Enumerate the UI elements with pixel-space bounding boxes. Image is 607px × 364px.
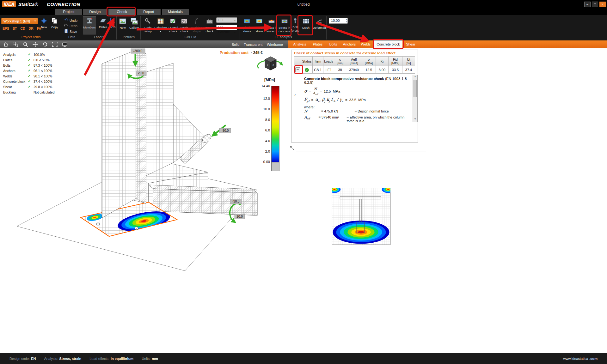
rotate-icon[interactable] [42, 42, 48, 47]
website-link[interactable]: www.ideastatica.com [563, 357, 598, 361]
stress-in-concrete-button[interactable]: Stress in concrete [278, 17, 291, 33]
collapse-row-button[interactable]: – [295, 67, 300, 72]
strain-check-button[interactable]: Strain check [179, 17, 190, 33]
concrete-block-2d-view[interactable] [296, 151, 426, 281]
corner-contour-left [328, 186, 341, 193]
group-label-cbfem: CBFEM [141, 35, 240, 39]
result-item[interactable]: Analysis✓100.0% [3, 52, 55, 57]
tab-materials[interactable]: Materials [162, 9, 189, 15]
save-icon [64, 29, 68, 34]
detail-scrollbar[interactable]: ▲ ▼ [413, 75, 417, 122]
expand-2d-view-icon[interactable] [290, 146, 295, 150]
code-eps-button[interactable]: EPS [3, 27, 9, 30]
panel-tab-anchors[interactable]: Anchors [341, 40, 358, 48]
buckling-icon [193, 17, 200, 26]
result-item[interactable]: Shear✓29.8 < 100% [3, 84, 55, 89]
result-item[interactable]: Anchors✓96.1 < 100% [3, 68, 55, 73]
plastic-strain-button[interactable]: Plastic strain [253, 17, 265, 33]
scroll-down-icon[interactable]: ▼ [413, 118, 417, 122]
load-effects: Load effects:In equilibrium [89, 357, 133, 361]
minimize-button[interactable]: – [584, 2, 591, 7]
detail-nav-chevron[interactable]: › [294, 92, 296, 97]
model-viewport[interactable]: -300.0 20.0 -50.0 -30.0 20.0 Y X Analysi… [0, 48, 288, 353]
home-view-icon[interactable] [3, 42, 9, 47]
redo-button[interactable]: Redo [64, 23, 77, 28]
fit-view-icon[interactable] [52, 42, 58, 47]
tab-project[interactable]: Project [55, 9, 82, 15]
view-mode-wireframe[interactable]: Wireframe [267, 43, 283, 46]
svg-text:-50.0: -50.0 [222, 129, 229, 132]
result-item[interactable]: Bolts✓87.3 < 100% [3, 63, 55, 68]
design-code-buttons: EPS ST CD DR FAT [3, 27, 43, 30]
code-setup-button[interactable]: Code setup [142, 17, 154, 33]
svg-text:X: X [273, 64, 274, 66]
document-title: untitled [0, 2, 607, 7]
maximize-button[interactable]: □ [592, 2, 598, 7]
lcs-button[interactable]: LCS [109, 16, 116, 34]
scrollbar-thumb[interactable] [414, 80, 417, 97]
copy-project-button[interactable]: Copy [49, 17, 60, 29]
spinner-down-icon[interactable]: ▾ [346, 21, 347, 23]
new-project-button[interactable]: New [39, 17, 49, 29]
where-label: where: [304, 105, 411, 109]
stress-in-contacts-button[interactable]: Stress in contacts [266, 17, 277, 33]
gallery-icon [130, 17, 138, 26]
buckling-shape-button[interactable]: Buckling shape [190, 17, 203, 33]
save-button[interactable]: Save [64, 29, 77, 34]
display-settings-icon[interactable] [62, 42, 67, 47]
orientation-cube[interactable]: Y X [258, 57, 281, 70]
overall-check-button[interactable]: Overall check [168, 17, 179, 33]
spinner-up-icon[interactable]: ▴ [346, 18, 347, 21]
undo-button[interactable]: Undo [64, 18, 77, 23]
view-mode-solid[interactable]: Solid [232, 43, 239, 46]
units: Units:mm [142, 357, 158, 361]
tab-design[interactable]: Design [83, 9, 107, 15]
redo-icon [64, 23, 68, 28]
table-row[interactable]: – ✓ CB 1 LE1 38 37940 12.5 3.00 33.5 37.… [294, 66, 415, 74]
zoom-window-icon[interactable] [13, 42, 18, 47]
gallery-button[interactable]: Gallery [128, 17, 140, 30]
deformed-button[interactable]: Deformed [313, 17, 326, 30]
ribbon: Workshop 1 (EN) ▾ EPS ST CD DR FAT New C… [0, 15, 607, 40]
bearing-stress-contour [333, 221, 389, 244]
extreme-combo[interactable]: For extreme ▾ [216, 25, 237, 30]
view-mode-transparent[interactable]: Transparent [244, 43, 262, 46]
production-cost: Production cost - 245 € [220, 51, 263, 55]
lcs-axes-icon [109, 17, 116, 25]
code-st-button[interactable]: ST [13, 27, 17, 30]
members-labels-button[interactable]: Members [83, 16, 96, 34]
equivalent-stress-button[interactable]: Equivalent stress [241, 17, 253, 33]
code-dr-button[interactable]: DR [29, 27, 34, 30]
mesh-button[interactable]: Mesh [299, 17, 313, 30]
panel-tab-bolts[interactable]: Bolts [327, 40, 340, 48]
load-effect-combo[interactable]: LE1 ▾ [216, 17, 237, 23]
panel-tab-shear[interactable]: Shear [404, 40, 418, 48]
workshop-selector[interactable]: Workshop 1 (EN) ▾ [1, 18, 38, 24]
code-cd-button[interactable]: CD [20, 27, 25, 30]
scroll-up-icon[interactable]: ▲ [413, 75, 417, 79]
result-item[interactable]: Concrete block✓37.4 < 100% [3, 79, 55, 84]
result-item[interactable]: Plates✓0.0 < 5.0% [3, 57, 55, 63]
calculate-button[interactable]: Calculate ▾ [154, 17, 167, 33]
formula-fjd: Fjd = αcc βj kj fck / γc = 33.5 MPa [304, 97, 411, 103]
panel-tab-plates[interactable]: Plates [310, 40, 325, 48]
concrete-block-check: Check of contact stress in concrete for … [291, 50, 418, 143]
plates-labels-button[interactable]: Plates [97, 16, 109, 34]
result-item[interactable]: BucklingNot calculated [3, 89, 55, 95]
corner-contour-right [382, 186, 395, 193]
bolt-forces-button[interactable]: Bolt forces [291, 17, 299, 32]
pan-icon[interactable] [33, 42, 38, 47]
tab-check[interactable]: Check [108, 9, 135, 15]
equivalent-stress-icon [243, 17, 251, 26]
new-picture-button[interactable]: New [118, 17, 128, 30]
panel-tab-concrete-block[interactable]: Concrete block [374, 40, 402, 48]
close-button[interactable]: × [599, 2, 606, 7]
tab-report[interactable]: Report [137, 9, 161, 15]
zoom-icon[interactable] [23, 42, 28, 47]
concrete-check-button[interactable]: Concrete check [204, 17, 216, 33]
result-item[interactable]: Welds✓98.1 < 100% [3, 73, 55, 79]
panel-tab-welds[interactable]: Welds [359, 40, 373, 48]
svg-text:-30.0: -30.0 [232, 200, 240, 203]
deformed-scale-stepper[interactable]: 10.00 ▴▾ [329, 18, 348, 24]
panel-tab-analysis[interactable]: Analysis [291, 40, 309, 48]
